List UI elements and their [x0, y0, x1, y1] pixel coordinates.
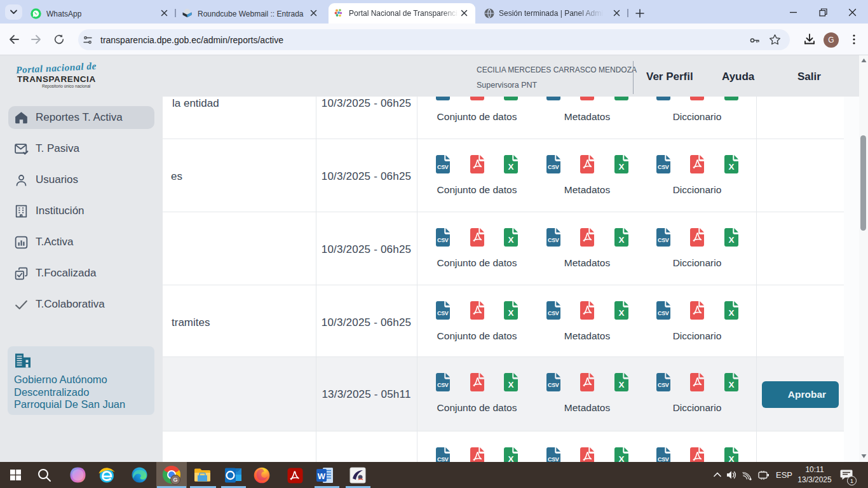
svg-text:W: W: [318, 471, 326, 481]
